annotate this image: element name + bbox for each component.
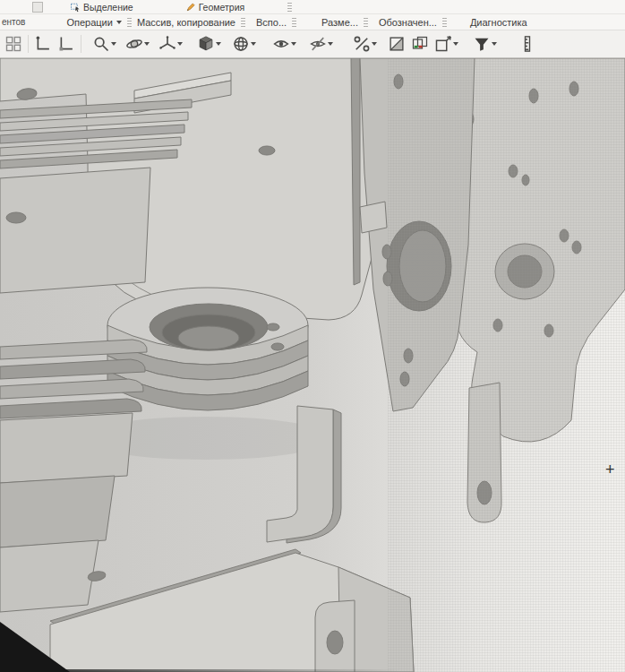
chevron-down-icon xyxy=(116,21,122,24)
hide-in-components-button[interactable] xyxy=(306,32,336,56)
clip-box-icon xyxy=(434,35,452,53)
ribbon-button-geometry[interactable]: Геометрия xyxy=(185,2,245,13)
group-title-label: Массив, копирование xyxy=(137,17,235,28)
filter-funnel-icon xyxy=(473,35,491,53)
ribbon-button-label: Геометрия xyxy=(199,2,245,13)
view-toolbar xyxy=(0,30,625,58)
zones-icon xyxy=(411,35,429,53)
ribbon-grip[interactable] xyxy=(292,17,296,27)
snap-percent-icon xyxy=(353,35,371,53)
toolbar-separator xyxy=(28,35,29,53)
selection-icon xyxy=(70,2,81,13)
panel-grid-button[interactable] xyxy=(2,32,25,56)
ribbon-grip[interactable] xyxy=(287,2,292,12)
group-title-designations[interactable]: Обозначен... xyxy=(379,17,437,28)
zoom-button[interactable] xyxy=(90,32,119,56)
chevron-down-icon xyxy=(372,42,377,46)
monitor-bezel-corner xyxy=(0,622,70,672)
chevron-down-icon xyxy=(291,42,296,46)
toolbar-separator xyxy=(81,35,81,53)
group-title-diagnostics[interactable]: Диагностика xyxy=(470,17,527,28)
section-view-button[interactable] xyxy=(385,32,408,56)
ribbon-button-row: Выделение Геометрия xyxy=(0,0,625,14)
app-window: Выделение Геометрия ентов Операции Масси… xyxy=(0,0,625,672)
eye-slash-icon xyxy=(309,35,327,53)
orientation-cube-button[interactable] xyxy=(194,32,224,56)
wireframe-sphere-icon xyxy=(232,35,250,53)
chevron-down-icon xyxy=(328,42,333,46)
group-title-label: Разме... xyxy=(321,17,358,28)
clip-box-button[interactable] xyxy=(432,32,461,56)
ribbon: Выделение Геометрия ентов Операции Масси… xyxy=(0,0,625,30)
section-icon xyxy=(388,35,406,53)
ribbon-grip[interactable] xyxy=(127,17,132,27)
chevron-down-icon xyxy=(251,42,256,46)
partial-button-icon xyxy=(32,2,43,13)
group-title-label: Обозначен... xyxy=(379,17,437,28)
orbit-icon xyxy=(125,35,143,53)
measure-ruler-button[interactable] xyxy=(516,32,539,56)
ribbon-button-label: Выделение xyxy=(83,2,133,13)
group-title-operations[interactable]: Операции xyxy=(66,17,121,28)
panel-grid-icon xyxy=(4,35,22,53)
ribbon-button-selection[interactable]: Выделение xyxy=(70,2,133,13)
eye-icon xyxy=(272,35,290,53)
chevron-down-icon xyxy=(216,42,221,46)
display-wireframe-button[interactable] xyxy=(229,32,259,56)
local-csys-2-button[interactable] xyxy=(55,32,78,56)
axes-icon xyxy=(158,35,176,53)
show-hide-button[interactable] xyxy=(270,32,299,56)
left-panel-text-fragment: ентов xyxy=(2,17,25,27)
ribbon-group-title-row: ентов Операции Массив, копирование Вспо.… xyxy=(0,14,625,30)
crosshair-cursor: + xyxy=(605,461,615,478)
group-title-label: Диагностика xyxy=(470,17,527,28)
model-canvas[interactable]: + xyxy=(0,58,625,672)
ribbon-grip[interactable] xyxy=(442,17,447,27)
group-title-dimensions[interactable]: Разме... xyxy=(321,17,358,28)
model-viewport[interactable] xyxy=(0,58,625,672)
coordinate-axes-button[interactable] xyxy=(156,32,185,56)
ribbon-grip[interactable] xyxy=(241,17,245,27)
group-title-array-copy[interactable]: Массив, копирование xyxy=(137,17,235,28)
snaps-button[interactable] xyxy=(350,32,380,56)
local-csys-alt-icon xyxy=(57,35,75,53)
chevron-down-icon xyxy=(177,42,183,46)
group-title-auxiliary[interactable]: Вспо... xyxy=(256,17,287,28)
group-title-label: Вспо... xyxy=(256,17,287,28)
ruler-icon xyxy=(518,35,536,53)
ribbon-grip[interactable] xyxy=(364,17,368,27)
chevron-down-icon xyxy=(492,42,497,46)
filter-button[interactable] xyxy=(470,32,500,56)
search-icon xyxy=(92,35,110,53)
cube-icon xyxy=(197,35,215,53)
local-csys-icon xyxy=(34,35,52,53)
group-title-label: Операции xyxy=(66,17,112,28)
orbit-rotate-button[interactable] xyxy=(123,32,152,56)
pencil-icon xyxy=(185,2,196,13)
chevron-down-icon xyxy=(453,42,458,46)
local-csys-1-button[interactable] xyxy=(31,32,55,56)
chevron-down-icon xyxy=(111,42,116,46)
model-bottom-strap[interactable] xyxy=(315,600,355,672)
chevron-down-icon xyxy=(144,42,150,46)
zones-button[interactable] xyxy=(408,32,432,56)
